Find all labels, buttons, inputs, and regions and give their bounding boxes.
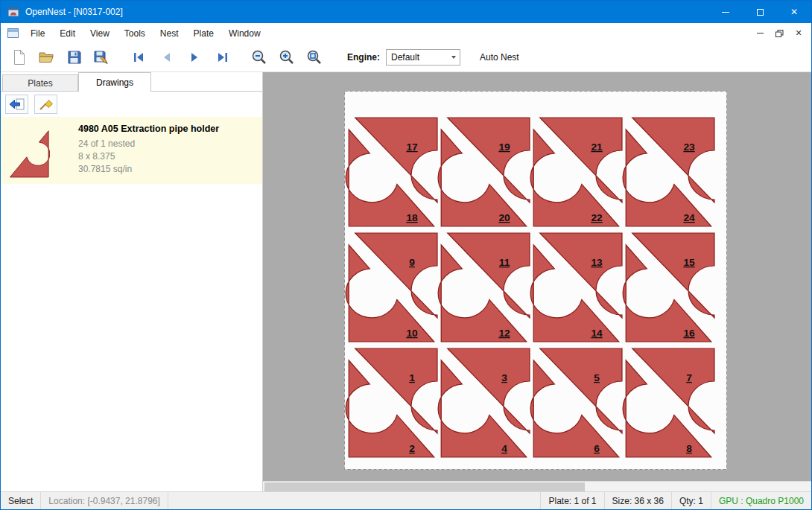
part-number-label: 3 <box>501 372 507 383</box>
part-number-label: 10 <box>406 328 417 339</box>
status-plate: Plate: 1 of 1 <box>541 492 603 509</box>
menu-tools[interactable]: Tools <box>117 25 153 42</box>
menu-plate[interactable]: Plate <box>186 25 221 42</box>
first-plate-button[interactable] <box>125 45 153 69</box>
part-number-label: 9 <box>409 257 415 268</box>
nav-first-icon <box>133 52 145 63</box>
menu-nest[interactable]: Nest <box>153 25 186 42</box>
status-location: Location: [-0.9437, 21.8796] <box>41 492 167 509</box>
zoom-fit-icon <box>306 49 323 66</box>
nav-previous-icon <box>161 52 173 63</box>
plate: 171819202122232491011121314151612345678 <box>344 91 727 473</box>
drawing-title: 4980 A05 Extraction pipe holder <box>78 123 219 135</box>
menu-file[interactable]: File <box>23 25 52 42</box>
part-number-label: 6 <box>594 443 600 454</box>
new-button[interactable] <box>5 45 33 69</box>
part-number-label: 15 <box>683 257 695 268</box>
auto-nest-button[interactable]: Auto Nest <box>480 52 519 63</box>
app-icon <box>7 6 19 18</box>
panel-tabstrip: Plates Drawings <box>1 72 262 92</box>
status-mode: Select <box>1 492 40 509</box>
import-icon <box>9 98 25 110</box>
left-panel: Plates Drawings <box>1 72 263 491</box>
part-number-label: 12 <box>498 328 510 339</box>
part-number-label: 20 <box>498 212 510 223</box>
open-folder-icon <box>38 50 56 65</box>
import-drawing-button[interactable] <box>5 95 28 114</box>
part-number-label: 16 <box>683 328 694 339</box>
save-as-icon <box>94 50 110 66</box>
engine-label: Engine: <box>347 52 380 63</box>
nav-last-icon <box>216 52 228 63</box>
status-gpu: GPU : Quadro P1000 <box>711 492 811 509</box>
part-number-label: 7 <box>686 372 692 383</box>
save-button[interactable] <box>60 45 88 69</box>
save-as-button[interactable] <box>88 45 115 69</box>
part-number-label: 13 <box>591 257 602 268</box>
part-number-label: 14 <box>591 328 603 339</box>
titlebar: OpenNest - [N0317-002] ✕ <box>1 1 811 23</box>
part-number-label: 22 <box>591 212 602 223</box>
window-title: OpenNest - [N0317-002] <box>25 7 123 17</box>
part-number-label: 19 <box>498 141 510 153</box>
menu-view[interactable]: View <box>83 25 117 42</box>
close-button[interactable]: ✕ <box>777 1 811 23</box>
drawing-list-item[interactable]: 4980 A05 Extraction pipe holder 24 of 1 … <box>1 117 262 184</box>
zoom-fit-button[interactable] <box>300 45 328 69</box>
mdi-child-icon <box>7 28 19 38</box>
main-toolbar: Engine: Default Auto Nest <box>1 43 811 72</box>
part-number-label: 24 <box>683 212 695 223</box>
next-plate-button[interactable] <box>180 45 208 69</box>
status-size: Size: 36 x 36 <box>605 492 671 509</box>
drawing-area: 30.7815 sq/in <box>78 163 219 176</box>
part-number-label: 18 <box>406 212 418 223</box>
nav-next-icon <box>188 52 200 63</box>
panel-toolbar <box>1 92 262 117</box>
last-plate-button[interactable] <box>208 45 235 69</box>
mdi-minimize-button[interactable] <box>751 26 769 41</box>
previous-plate-button[interactable] <box>153 45 180 69</box>
engine-value: Default <box>391 52 419 63</box>
horizontal-scrollbar[interactable] <box>263 481 811 491</box>
part-thumbnail <box>8 124 50 178</box>
menubar: File Edit View Tools Nest Plate Window ✕ <box>1 23 811 43</box>
part-number-label: 5 <box>594 372 600 383</box>
open-button[interactable] <box>33 45 60 69</box>
status-qty: Qty: 1 <box>672 492 711 509</box>
chevron-down-icon <box>447 56 460 59</box>
scrollbar-thumb[interactable] <box>264 482 585 491</box>
menu-edit[interactable]: Edit <box>52 25 83 42</box>
nest-canvas[interactable]: 171819202122232491011121314151612345678 <box>263 72 811 491</box>
save-icon <box>67 50 82 65</box>
statusbar-divider <box>168 492 168 509</box>
part-number-label: 17 <box>406 141 417 153</box>
zoom-in-icon <box>279 49 295 66</box>
app-window: OpenNest - [N0317-002] ✕ File Edit View … <box>0 0 812 510</box>
tab-plates[interactable]: Plates <box>2 74 78 91</box>
part-number-label: 11 <box>499 257 510 268</box>
tab-drawings[interactable]: Drawings <box>78 72 151 92</box>
part-number-label: 1 <box>409 372 415 383</box>
clean-button[interactable] <box>34 95 57 114</box>
engine-select[interactable]: Default <box>386 49 460 66</box>
zoom-out-icon <box>251 49 267 66</box>
zoom-out-button[interactable] <box>245 45 273 69</box>
plate-drawing[interactable]: 171819202122232491011121314151612345678 <box>344 91 727 470</box>
maximize-button[interactable] <box>743 1 777 23</box>
mdi-restore-button[interactable] <box>770 26 788 41</box>
part-number-label: 4 <box>501 443 507 454</box>
menu-window[interactable]: Window <box>221 25 268 42</box>
part-number-label: 23 <box>683 141 694 153</box>
part-number-label: 21 <box>591 141 603 153</box>
new-file-icon <box>12 49 27 66</box>
zoom-in-button[interactable] <box>273 45 300 69</box>
minimize-button[interactable] <box>708 1 743 23</box>
drawing-dimensions: 8 x 8.375 <box>78 150 219 163</box>
part-number-label: 8 <box>686 443 692 454</box>
drawing-nested-count: 24 of 1 nested <box>78 138 219 150</box>
part-number-label: 2 <box>409 443 415 454</box>
broom-icon <box>39 98 54 111</box>
mdi-close-button[interactable]: ✕ <box>790 26 808 41</box>
statusbar: Select Location: [-0.9437, 21.8796] Plat… <box>1 491 811 509</box>
